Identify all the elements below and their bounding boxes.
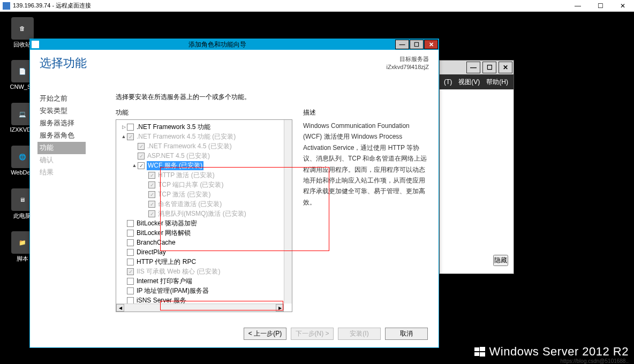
wizard-steps-sidebar: 开始之前安装类型服务器选择服务器角色功能确认结果 bbox=[30, 87, 116, 320]
svg-rect-1 bbox=[480, 347, 485, 351]
tree-node-label: TCP 激活 (已安装) bbox=[157, 190, 211, 199]
tree-checkbox[interactable] bbox=[138, 143, 145, 150]
wizard-close-button[interactable]: ✕ bbox=[424, 40, 438, 49]
rdp-maximize-button[interactable]: ☐ bbox=[589, 1, 612, 11]
add-roles-wizard: 添加角色和功能向导 — ☐ ✕ 选择功能 目标服务器 iZxkvd79l418z… bbox=[29, 39, 439, 348]
tree-node-label: WCF 服务 (已安装) bbox=[147, 161, 203, 170]
step-确认: 确认 bbox=[40, 154, 116, 166]
scroll-left-button[interactable]: ◀ bbox=[116, 304, 124, 312]
tree-node[interactable]: 消息队列(MSMQ)激活 (已安装) bbox=[117, 209, 291, 218]
tree-checkbox[interactable] bbox=[127, 259, 134, 266]
bg-menu-view[interactable]: 视图(V) bbox=[458, 78, 480, 87]
tree-node[interactable]: ▲.NET Framework 4.5 功能 (已安装) bbox=[117, 132, 291, 141]
tree-node[interactable]: ▲WCF 服务 (已安装) bbox=[117, 161, 291, 170]
tree-node-label: DirectPlay bbox=[136, 248, 167, 256]
tree-checkbox[interactable] bbox=[127, 268, 134, 275]
tree-node-label: HTTP 激活 (已安装) bbox=[157, 171, 215, 180]
tree-node[interactable]: Internet 打印客户端 bbox=[117, 276, 291, 286]
target-server-label: 目标服务器 bbox=[387, 55, 429, 63]
bg-hide-button[interactable]: 隐藏 bbox=[493, 255, 508, 266]
tree-checkbox[interactable] bbox=[148, 201, 155, 208]
wizard-icon bbox=[32, 41, 39, 48]
tree-node[interactable]: BitLocker 网络解锁 bbox=[117, 228, 291, 238]
prev-button[interactable]: < 上一步(P) bbox=[244, 328, 286, 340]
tree-node-label: IIS 可承载 Web 核心 (已安装) bbox=[136, 267, 221, 276]
step-服务器选择[interactable]: 服务器选择 bbox=[40, 117, 116, 130]
watermark-text: https://blog.csdn@5101688.. bbox=[561, 358, 629, 364]
install-button[interactable]: 安装(I) bbox=[338, 328, 381, 340]
tree-expand-arrow[interactable]: ▲ bbox=[131, 163, 138, 168]
tree-checkbox[interactable] bbox=[127, 124, 134, 131]
tree-checkbox[interactable] bbox=[138, 162, 145, 169]
tree-checkbox[interactable] bbox=[127, 239, 134, 246]
bg-minimize-button[interactable]: — bbox=[466, 62, 480, 73]
rdp-close-button[interactable]: ✕ bbox=[612, 1, 634, 11]
bg-maximize-button[interactable]: ☐ bbox=[482, 62, 496, 73]
svg-rect-3 bbox=[480, 352, 485, 357]
tree-node-label: .NET Framework 4.5 (已安装) bbox=[147, 142, 232, 151]
svg-rect-2 bbox=[474, 352, 479, 356]
tree-checkbox[interactable] bbox=[148, 210, 155, 217]
tree-node[interactable]: .NET Framework 4.5 (已安装) bbox=[117, 141, 291, 151]
wizard-heading: 选择功能 bbox=[40, 55, 87, 71]
tree-checkbox[interactable] bbox=[138, 153, 145, 160]
features-tree[interactable]: ▷.NET Framework 3.5 功能▲.NET Framework 4.… bbox=[116, 119, 292, 312]
tree-checkbox[interactable] bbox=[127, 133, 134, 140]
tree-checkbox[interactable] bbox=[127, 249, 134, 256]
step-开始之前[interactable]: 开始之前 bbox=[40, 93, 116, 105]
wizard-title: 添加角色和功能向导 bbox=[39, 40, 395, 49]
tree-checkbox[interactable] bbox=[127, 230, 134, 237]
step-结果: 结果 bbox=[40, 166, 116, 179]
features-label: 功能 bbox=[116, 108, 292, 117]
next-button[interactable]: 下一步(N) > bbox=[291, 328, 334, 340]
tree-node[interactable]: TCP 端口共享 (已安装) bbox=[117, 180, 291, 189]
tree-checkbox[interactable] bbox=[148, 191, 155, 198]
tree-node[interactable]: ASP.NET 4.5 (已安装) bbox=[117, 151, 291, 161]
tree-node[interactable]: HTTP 代理上的 RPC bbox=[117, 257, 291, 267]
tree-node-label: IP 地址管理(IPAM)服务器 bbox=[136, 286, 209, 295]
tree-node[interactable]: IP 地址管理(IPAM)服务器 bbox=[117, 286, 291, 295]
step-安装类型[interactable]: 安装类型 bbox=[40, 105, 116, 117]
remote-desktop: 🗑回收站📄CNW_Sa💻IZXKVD7🌐WebDep🖥此电脑📁脚本 — ☐ ✕ … bbox=[0, 12, 634, 364]
tree-checkbox[interactable] bbox=[127, 287, 134, 294]
bg-menu-tools[interactable]: (T) bbox=[444, 78, 452, 86]
tree-node[interactable]: IIS 可承载 Web 核心 (已安装) bbox=[117, 267, 291, 276]
target-server-name: iZxkvd79l418zjZ bbox=[387, 63, 429, 71]
step-功能[interactable]: 功能 bbox=[37, 142, 86, 154]
tree-checkbox[interactable] bbox=[127, 220, 134, 227]
tree-node[interactable]: DirectPlay bbox=[117, 247, 291, 257]
tree-node-label: .NET Framework 3.5 功能 bbox=[136, 123, 211, 132]
tree-node[interactable]: BranchCache bbox=[117, 238, 291, 247]
scroll-right-button[interactable]: ▶ bbox=[276, 304, 284, 312]
description-text: Windows Communication Foundation (WCF) 激… bbox=[303, 120, 429, 208]
tree-node-label: BitLocker 网络解锁 bbox=[136, 229, 191, 238]
wizard-minimize-button[interactable]: — bbox=[395, 40, 409, 49]
tree-checkbox[interactable] bbox=[127, 278, 134, 285]
tree-node[interactable]: HTTP 激活 (已安装) bbox=[117, 170, 291, 180]
description-label: 描述 bbox=[303, 108, 429, 117]
rdp-icon bbox=[3, 2, 10, 10]
wizard-maximize-button[interactable]: ☐ bbox=[410, 40, 424, 49]
bg-close-button[interactable]: ✕ bbox=[499, 62, 512, 73]
bg-menu-help[interactable]: 帮助(H) bbox=[486, 78, 508, 87]
tree-vertical-scrollbar[interactable] bbox=[284, 120, 292, 304]
icon-glyph: 🗑 bbox=[11, 17, 34, 40]
rdp-minimize-button[interactable]: — bbox=[567, 1, 589, 11]
tree-node[interactable]: 命名管道激活 (已安装) bbox=[117, 199, 291, 209]
tree-node[interactable]: BitLocker 驱动器加密 bbox=[117, 218, 291, 228]
tree-expand-arrow[interactable]: ▲ bbox=[120, 134, 127, 139]
rdp-titlebar: 139.196.39.74 - 远程桌面连接 — ☐ ✕ bbox=[0, 0, 634, 12]
step-服务器角色[interactable]: 服务器角色 bbox=[40, 130, 116, 142]
tree-expand-arrow[interactable]: ▷ bbox=[120, 124, 127, 130]
svg-rect-0 bbox=[474, 347, 479, 351]
windows-server-branding: Windows Server 2012 R2 bbox=[474, 345, 629, 359]
tree-checkbox[interactable] bbox=[148, 172, 155, 179]
tree-checkbox[interactable] bbox=[148, 181, 155, 188]
tree-node[interactable]: ▷.NET Framework 3.5 功能 bbox=[117, 122, 291, 132]
background-window: — ☐ ✕ (T) 视图(V) 帮助(H) 隐藏 bbox=[439, 60, 514, 274]
tree-checkbox[interactable] bbox=[127, 297, 134, 304]
cancel-button[interactable]: 取消 bbox=[385, 328, 428, 340]
tree-node[interactable]: TCP 激活 (已安装) bbox=[117, 189, 291, 199]
tree-horizontal-scrollbar[interactable]: ◀ ▶ bbox=[116, 304, 284, 312]
tree-node-label: 命名管道激活 (已安装) bbox=[157, 200, 222, 209]
